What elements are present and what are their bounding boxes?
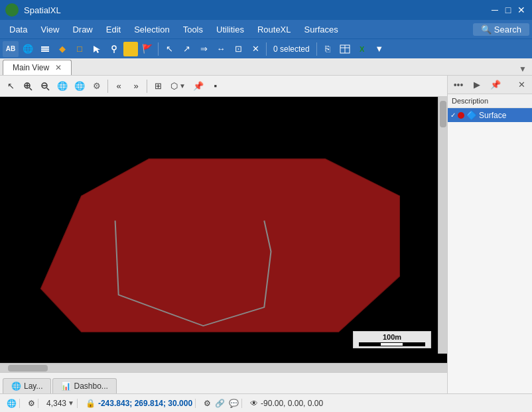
zoom-dropdown-arrow[interactable]: ▼ — [68, 399, 74, 407]
horizontal-scrollbar[interactable] — [0, 363, 447, 372]
canvas-settings[interactable]: ⚙ — [89, 78, 105, 94]
svg-marker-3 — [94, 46, 100, 53]
toolbar-cursor-button[interactable] — [89, 41, 105, 57]
close-button[interactable]: ✕ — [516, 5, 527, 15]
svg-line-10 — [30, 88, 33, 90]
toolbar-arrow-3[interactable]: ⇒ — [196, 41, 212, 57]
vertical-scrollbar[interactable] — [438, 97, 447, 354]
minimize-button[interactable]: ─ — [490, 5, 500, 15]
canvas-globe-2[interactable]: 🌐 — [72, 78, 88, 94]
canvas-layer-dropdown[interactable]: ⬡ ▼ — [167, 78, 189, 94]
menu-edit[interactable]: Edit — [100, 22, 127, 37]
toolbar-globe-button[interactable]: 🌐 — [20, 41, 36, 57]
canvas-next[interactable]: » — [128, 78, 144, 94]
canvas-zoom-in[interactable] — [20, 78, 36, 94]
toolbar-yellow-btn[interactable] — [123, 42, 138, 56]
status-settings-icon: ⚙ — [28, 399, 35, 408]
toolbar-flag-button[interactable]: 🚩 — [139, 41, 155, 57]
status-msg-icon: 💬 — [229, 399, 239, 408]
menu-data[interactable]: Data — [3, 22, 34, 37]
menu-selection[interactable]: Selection — [127, 22, 176, 37]
menu-search[interactable]: 🔍 Search — [473, 23, 529, 36]
titlebar-left: SpatialXL — [5, 3, 61, 17]
eye-icon: 👁 — [250, 399, 258, 408]
toolbar-excel-button[interactable]: X — [354, 41, 370, 57]
canvas-prev[interactable]: « — [111, 78, 127, 94]
layer-dropdown-arrow[interactable]: ▼ — [179, 82, 186, 90]
menu-tools[interactable]: Tools — [176, 22, 210, 37]
status-tools-icons: ⚙ 🔗 💬 — [201, 399, 242, 408]
toolbar-copy-button[interactable]: ⎘ — [320, 41, 336, 57]
toolbar: AB 🌐 ◆ □ 🚩 ↖ ↗ ⇒ ↔ ⊡ ✕ 0 selected ⎘ X ▼ — [0, 38, 532, 58]
toolbar-sep-3 — [316, 42, 317, 56]
status-settings: ⚙ — [25, 399, 38, 408]
dashboard-tab[interactable]: 📊 Dashbo... — [52, 378, 116, 393]
right-panel: ••• ▶ 📌 ✕ Description ✓ 🔷 Surface — [447, 76, 532, 393]
panel-more-button[interactable]: ••• — [450, 77, 466, 93]
canvas-grid[interactable]: ⊞ — [150, 78, 166, 94]
dashboard-tab-label: Dashbo... — [74, 381, 107, 391]
canvas-pin[interactable]: 📌 — [190, 78, 206, 94]
right-panel-toolbar: ••• ▶ 📌 ✕ — [448, 76, 532, 94]
toolbar-map-button[interactable]: ◆ — [54, 41, 70, 57]
layer-visibility-dot[interactable] — [458, 112, 464, 119]
menu-draw[interactable]: Draw — [66, 22, 99, 37]
menu-view[interactable]: View — [34, 22, 66, 37]
canvas-globe-1[interactable]: 🌐 — [54, 78, 70, 94]
canvas-select-tool[interactable]: ↖ — [3, 78, 19, 94]
hscrollbar-thumb[interactable] — [8, 365, 48, 372]
toolbar-arrow-4[interactable]: ↔ — [213, 41, 229, 57]
app-title: SpatialXL — [24, 5, 61, 15]
app-logo — [5, 3, 19, 17]
statusbar: 🌐 ⚙ 4,343 ▼ 🔒 -243.843; 269.814; 30.000 … — [0, 393, 532, 412]
canvas-marker[interactable]: ▪ — [208, 78, 224, 94]
layer-item[interactable]: ✓ 🔷 Surface — [448, 108, 532, 122]
toolbar-more-button[interactable]: ▼ — [371, 41, 387, 57]
toolbar-table-button[interactable] — [337, 41, 353, 57]
zoom-value: 4,343 — [46, 399, 66, 408]
toolbar-arrow-2[interactable]: ↗ — [178, 41, 194, 57]
canvas-zoom-out[interactable] — [37, 78, 53, 94]
menu-surfaces[interactable]: Surfaces — [298, 22, 345, 37]
vscrollbar-thumb[interactable] — [440, 101, 446, 127]
titlebar-controls: ─ □ ✕ — [490, 5, 527, 15]
workspace: Main View ✕ ▼ ↖ 🌐 🌐 ⚙ « » — [0, 58, 532, 393]
toolbar-sep-2 — [266, 42, 267, 56]
viewport[interactable]: Y X 100m — [0, 97, 447, 363]
toolbar-pin-button[interactable] — [106, 41, 122, 57]
main-view-tab[interactable]: Main View ✕ — [3, 60, 72, 75]
menubar: Data View Draw Edit Selection Tools Util… — [0, 20, 532, 38]
svg-point-4 — [112, 46, 116, 50]
status-coords: 🔒 -243.843; 269.814; 30.000 — [83, 399, 196, 408]
toolbar-rect-button[interactable]: □ — [72, 41, 88, 57]
titlebar: SpatialXL ─ □ ✕ — [0, 0, 532, 20]
panel-play-button[interactable]: ▶ — [469, 77, 485, 93]
panel-close-button[interactable]: ✕ — [513, 77, 529, 93]
maximize-button[interactable]: □ — [503, 5, 513, 15]
menu-utilities[interactable]: Utilities — [210, 22, 251, 37]
layers-tab[interactable]: 🌐 Lay... — [3, 378, 51, 393]
tab-scroll-arrow[interactable]: ▼ — [516, 63, 529, 75]
layers-tab-icon: 🌐 — [11, 381, 21, 391]
toolbar-layers-button[interactable] — [37, 41, 53, 57]
toolbar-select-arrow[interactable]: ↖ — [161, 41, 177, 57]
toolbar-x-button[interactable]: ✕ — [247, 41, 263, 57]
panel-pin-button[interactable]: 📌 — [488, 77, 503, 93]
status-tools-icon: ⚙ — [204, 399, 211, 408]
coord-values: -243.843; 269.814; 30.000 — [98, 399, 192, 408]
svg-rect-0 — [41, 50, 49, 52]
menu-routexl[interactable]: RouteXL — [251, 22, 298, 37]
status-view-coords: 👁 -90.00, 0.00, 0.00 — [247, 399, 326, 408]
status-zoom[interactable]: 4,343 ▼ — [44, 399, 78, 408]
lock-icon: 🔒 — [86, 399, 96, 408]
layer-checkbox[interactable]: ✓ — [450, 111, 456, 119]
toolbar-select-box[interactable]: ⊡ — [230, 41, 246, 57]
status-globe-icon: 🌐 — [7, 399, 17, 408]
layer-type-icon: 🔷 — [466, 110, 477, 120]
toolbar-ab-button[interactable]: AB — [3, 41, 19, 57]
tab-close-button[interactable]: ✕ — [55, 63, 62, 72]
svg-line-14 — [47, 88, 50, 90]
toolbar-sep-1 — [158, 42, 159, 56]
viewport-column: ↖ 🌐 🌐 ⚙ « » ⊞ ⬡ ▼ 📌 — [0, 76, 447, 393]
status-globe: 🌐 — [4, 399, 20, 408]
